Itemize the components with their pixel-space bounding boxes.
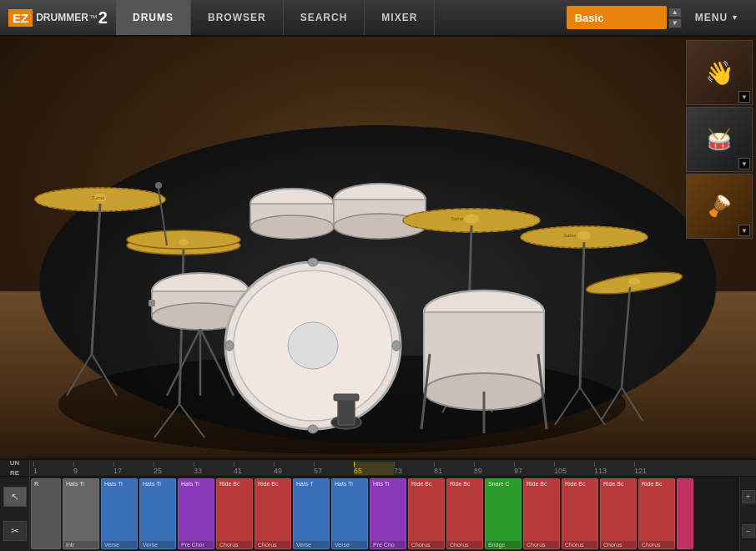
- redo-button[interactable]: RE: [8, 468, 21, 477]
- svg-line-54: [622, 287, 630, 387]
- ruler-mark-41: 41: [234, 462, 274, 475]
- select-tool[interactable]: ↖: [3, 487, 27, 507]
- track-block-end[interactable]: [677, 478, 693, 549]
- zoom-out-tool[interactable]: −: [742, 524, 755, 538]
- svg-point-9: [179, 239, 189, 245]
- tab-mixer[interactable]: MIXER: [365, 0, 435, 35]
- track-block-chorus8[interactable]: Ride Bc Chorus: [638, 478, 675, 549]
- track-block-verse1[interactable]: Hats Ti Verse: [101, 478, 138, 549]
- zoom-in-tool[interactable]: +: [742, 490, 755, 503]
- scissors-tool[interactable]: ✂: [3, 521, 27, 541]
- track-block-chorus7[interactable]: Ride Bc Chorus: [600, 478, 637, 549]
- instrument-1-arrow[interactable]: ▼: [738, 91, 750, 103]
- svg-point-30: [308, 258, 318, 266]
- svg-text:Sabia: Sabia: [92, 195, 105, 200]
- ruler-mark-49: 49: [274, 462, 314, 475]
- block-top: Hats Ti: [332, 479, 367, 541]
- block-top: [678, 479, 693, 548]
- right-timeline-tools: + −: [739, 477, 756, 551]
- ruler-mark-17: 17: [113, 462, 154, 475]
- ruler-mark-105: 105: [554, 462, 594, 475]
- track-block-prechorus1[interactable]: Hats Ti Pre Chor: [178, 478, 214, 549]
- instrument-3-arrow[interactable]: ▼: [738, 225, 750, 236]
- instrument-thumb-2[interactable]: 🥁 ▼: [686, 107, 753, 172]
- svg-text:Sabia: Sabia: [451, 216, 464, 221]
- block-bottom: Chorus: [217, 541, 252, 548]
- drum-kit-illustration: Sabia Sabia Sabia: [0, 37, 684, 458]
- block-bottom: Verse: [332, 541, 367, 548]
- preset-down-arrow[interactable]: ▼: [668, 18, 682, 28]
- menu-button[interactable]: MENU ▼: [685, 12, 749, 23]
- track-block-chorus6[interactable]: Ride Bc Chorus: [562, 478, 598, 549]
- ruler-mark-65: 65: [354, 462, 394, 475]
- ruler-mark-33: 33: [194, 462, 234, 475]
- timeline-ruler: UN RE 1 9 17 25 33 41 49 57 65 73 81 89 …: [0, 460, 756, 477]
- undo-button[interactable]: UN: [8, 460, 22, 468]
- top-navigation: EZ DRUMMER ™ 2 DRUMS BROWSER SEARCH MIXE…: [0, 0, 756, 37]
- ruler-mark-113: 113: [594, 462, 634, 475]
- ruler-mark-97: 97: [514, 462, 554, 475]
- track-block-chorus3[interactable]: Ride Bc Chorus: [408, 478, 445, 549]
- right-instrument-panel: 👋 ▼ 🥁 ▼ 🪘 ▼: [683, 37, 756, 242]
- svg-point-23: [250, 215, 334, 239]
- ruler-mark-89: 89: [474, 462, 514, 475]
- tracks-scroll[interactable]: R Hats Ti Intr Hats Ti Verse Hats Ti Ver…: [30, 477, 739, 551]
- ruler-mark-1: 1: [33, 462, 73, 475]
- block-top: Snare C: [486, 479, 521, 541]
- timeline-area: UN RE 1 9 17 25 33 41 49 57 65 73 81 89 …: [0, 458, 756, 551]
- ruler-mark-73: 73: [394, 462, 434, 475]
- svg-point-53: [628, 278, 640, 285]
- block-top: Ride Bc: [255, 479, 290, 541]
- tab-drums[interactable]: DRUMS: [116, 0, 191, 35]
- track-block-chorus1[interactable]: Ride Bc Chorus: [216, 478, 253, 549]
- svg-point-29: [288, 322, 338, 369]
- track-block-bridge[interactable]: Snare C Bridge: [485, 478, 522, 549]
- logo-ez-text: EZ: [8, 9, 33, 27]
- block-bottom: Bridge: [486, 541, 521, 548]
- track-block-intr[interactable]: Hats Ti Intr: [63, 478, 99, 549]
- block-bottom: Chorus: [447, 541, 482, 548]
- preset-up-arrow[interactable]: ▲: [668, 8, 682, 18]
- block-top: Ride Bc: [639, 479, 674, 541]
- track-block-r[interactable]: R: [31, 478, 61, 549]
- instrument-thumb-1[interactable]: 👋 ▼: [686, 40, 753, 105]
- block-bottom: Chorus: [524, 541, 559, 548]
- svg-line-4: [92, 204, 100, 354]
- svg-rect-16: [149, 300, 155, 306]
- preset-arrows[interactable]: ▲ ▼: [668, 8, 682, 28]
- ruler-mark-25: 25: [154, 462, 194, 475]
- track-block-chorus2[interactable]: Ride Bc Chorus: [255, 478, 291, 549]
- block-bottom: Pre Chor: [179, 541, 214, 548]
- track-block-chorus5[interactable]: Ride Bc Chorus: [523, 478, 560, 549]
- instrument-2-arrow[interactable]: ▼: [738, 158, 750, 169]
- block-bottom: Chorus: [601, 541, 636, 548]
- block-top: Ride Bc: [524, 479, 559, 541]
- tracks-inner: R Hats Ti Intr Hats Ti Verse Hats Ti Ver…: [30, 477, 739, 551]
- svg-line-49: [580, 242, 584, 387]
- block-r-top: R: [32, 479, 60, 548]
- instrument-thumb-3[interactable]: 🪘 ▼: [686, 174, 753, 239]
- ruler-mark-81: 81: [434, 462, 474, 475]
- track-block-prechorus2[interactable]: Hits Ti Pre Cho: [370, 478, 406, 549]
- svg-point-36: [464, 214, 479, 224]
- ruler-mark-9: 9: [73, 462, 113, 475]
- block-bottom: Intr: [63, 541, 98, 548]
- block-bottom: Verse: [140, 541, 175, 548]
- block-top: Hats Ti: [140, 479, 175, 541]
- tab-search[interactable]: SEARCH: [284, 0, 365, 35]
- track-block-verse2[interactable]: Hats Ti Verse: [139, 478, 176, 549]
- logo-trademark: ™: [89, 13, 98, 23]
- app-logo: EZ DRUMMER ™ 2: [0, 0, 116, 35]
- logo-version: 2: [98, 8, 108, 28]
- block-bottom: Chorus: [562, 541, 597, 548]
- track-block-verse4[interactable]: Hats Ti Verse: [331, 478, 368, 549]
- track-block-verse3[interactable]: Hats T Verse: [293, 478, 330, 549]
- svg-point-32: [225, 341, 234, 351]
- menu-arrow-icon: ▼: [731, 13, 739, 22]
- track-block-chorus4[interactable]: Ride Bc Chorus: [446, 478, 483, 549]
- block-bottom: Chorus: [639, 541, 674, 548]
- preset-dropdown[interactable]: Basic Rock Jazz Metal: [567, 6, 667, 29]
- drum-kit-area: Sabia Sabia Sabia 👋 ▼ 🥁 ▼ 🪘 ▼: [0, 37, 756, 458]
- tab-browser[interactable]: BROWSER: [191, 0, 284, 35]
- undo-redo-controls: UN RE: [0, 460, 30, 477]
